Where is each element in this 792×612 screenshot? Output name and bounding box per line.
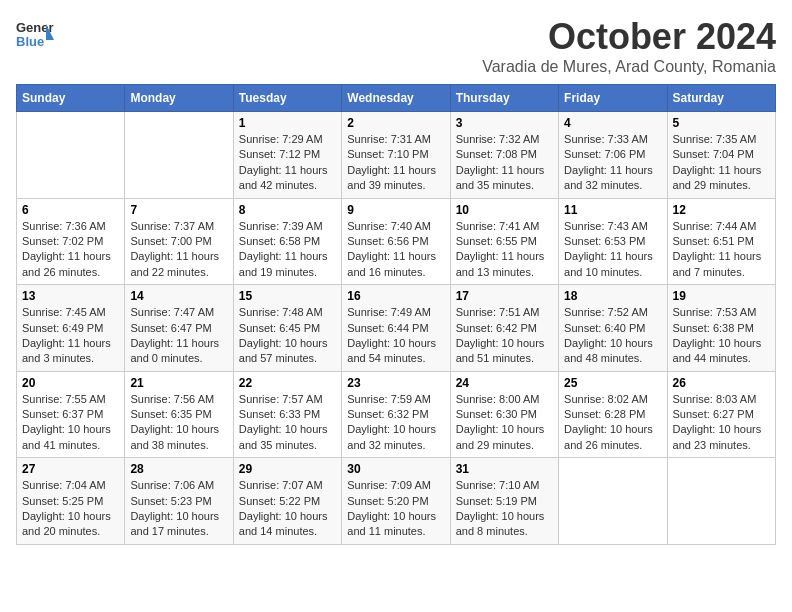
- calendar-cell: 25Sunrise: 8:02 AM Sunset: 6:28 PM Dayli…: [559, 371, 667, 458]
- calendar-cell: 28Sunrise: 7:06 AM Sunset: 5:23 PM Dayli…: [125, 458, 233, 545]
- day-number: 9: [347, 203, 444, 217]
- calendar-cell: 8Sunrise: 7:39 AM Sunset: 6:58 PM Daylig…: [233, 198, 341, 285]
- calendar-cell: 21Sunrise: 7:56 AM Sunset: 6:35 PM Dayli…: [125, 371, 233, 458]
- day-number: 2: [347, 116, 444, 130]
- calendar-cell: [667, 458, 775, 545]
- calendar-cell: 15Sunrise: 7:48 AM Sunset: 6:45 PM Dayli…: [233, 285, 341, 372]
- day-info: Sunrise: 7:07 AM Sunset: 5:22 PM Dayligh…: [239, 478, 336, 540]
- calendar-cell: 9Sunrise: 7:40 AM Sunset: 6:56 PM Daylig…: [342, 198, 450, 285]
- day-number: 10: [456, 203, 553, 217]
- day-info: Sunrise: 7:37 AM Sunset: 7:00 PM Dayligh…: [130, 219, 227, 281]
- day-number: 22: [239, 376, 336, 390]
- day-info: Sunrise: 7:52 AM Sunset: 6:40 PM Dayligh…: [564, 305, 661, 367]
- logo: General Blue: [16, 16, 58, 58]
- day-number: 1: [239, 116, 336, 130]
- day-number: 6: [22, 203, 119, 217]
- calendar-cell: 12Sunrise: 7:44 AM Sunset: 6:51 PM Dayli…: [667, 198, 775, 285]
- month-title: October 2024: [482, 16, 776, 58]
- calendar-cell: 24Sunrise: 8:00 AM Sunset: 6:30 PM Dayli…: [450, 371, 558, 458]
- day-number: 11: [564, 203, 661, 217]
- day-number: 24: [456, 376, 553, 390]
- day-info: Sunrise: 7:59 AM Sunset: 6:32 PM Dayligh…: [347, 392, 444, 454]
- day-number: 17: [456, 289, 553, 303]
- day-header-thursday: Thursday: [450, 85, 558, 112]
- day-number: 23: [347, 376, 444, 390]
- location-subtitle: Varadia de Mures, Arad County, Romania: [482, 58, 776, 76]
- day-info: Sunrise: 7:43 AM Sunset: 6:53 PM Dayligh…: [564, 219, 661, 281]
- day-number: 21: [130, 376, 227, 390]
- day-info: Sunrise: 7:32 AM Sunset: 7:08 PM Dayligh…: [456, 132, 553, 194]
- day-number: 5: [673, 116, 770, 130]
- title-section: October 2024 Varadia de Mures, Arad Coun…: [482, 16, 776, 76]
- day-info: Sunrise: 7:57 AM Sunset: 6:33 PM Dayligh…: [239, 392, 336, 454]
- calendar-cell: 14Sunrise: 7:47 AM Sunset: 6:47 PM Dayli…: [125, 285, 233, 372]
- day-info: Sunrise: 7:10 AM Sunset: 5:19 PM Dayligh…: [456, 478, 553, 540]
- calendar-cell: [17, 112, 125, 199]
- calendar-cell: 18Sunrise: 7:52 AM Sunset: 6:40 PM Dayli…: [559, 285, 667, 372]
- day-info: Sunrise: 8:00 AM Sunset: 6:30 PM Dayligh…: [456, 392, 553, 454]
- day-number: 3: [456, 116, 553, 130]
- day-info: Sunrise: 7:53 AM Sunset: 6:38 PM Dayligh…: [673, 305, 770, 367]
- day-info: Sunrise: 7:44 AM Sunset: 6:51 PM Dayligh…: [673, 219, 770, 281]
- day-number: 8: [239, 203, 336, 217]
- day-header-monday: Monday: [125, 85, 233, 112]
- calendar-cell: 23Sunrise: 7:59 AM Sunset: 6:32 PM Dayli…: [342, 371, 450, 458]
- day-number: 25: [564, 376, 661, 390]
- page-header: General Blue October 2024 Varadia de Mur…: [16, 16, 776, 76]
- day-info: Sunrise: 7:56 AM Sunset: 6:35 PM Dayligh…: [130, 392, 227, 454]
- day-number: 15: [239, 289, 336, 303]
- calendar-cell: 3Sunrise: 7:32 AM Sunset: 7:08 PM Daylig…: [450, 112, 558, 199]
- day-number: 31: [456, 462, 553, 476]
- calendar-cell: 29Sunrise: 7:07 AM Sunset: 5:22 PM Dayli…: [233, 458, 341, 545]
- calendar-cell: 1Sunrise: 7:29 AM Sunset: 7:12 PM Daylig…: [233, 112, 341, 199]
- day-header-tuesday: Tuesday: [233, 85, 341, 112]
- day-info: Sunrise: 7:31 AM Sunset: 7:10 PM Dayligh…: [347, 132, 444, 194]
- day-number: 20: [22, 376, 119, 390]
- day-number: 29: [239, 462, 336, 476]
- calendar-cell: 2Sunrise: 7:31 AM Sunset: 7:10 PM Daylig…: [342, 112, 450, 199]
- calendar-cell: 11Sunrise: 7:43 AM Sunset: 6:53 PM Dayli…: [559, 198, 667, 285]
- day-number: 14: [130, 289, 227, 303]
- day-info: Sunrise: 7:48 AM Sunset: 6:45 PM Dayligh…: [239, 305, 336, 367]
- day-number: 30: [347, 462, 444, 476]
- day-info: Sunrise: 8:02 AM Sunset: 6:28 PM Dayligh…: [564, 392, 661, 454]
- day-info: Sunrise: 7:51 AM Sunset: 6:42 PM Dayligh…: [456, 305, 553, 367]
- day-number: 16: [347, 289, 444, 303]
- day-info: Sunrise: 7:29 AM Sunset: 7:12 PM Dayligh…: [239, 132, 336, 194]
- day-header-wednesday: Wednesday: [342, 85, 450, 112]
- day-info: Sunrise: 7:49 AM Sunset: 6:44 PM Dayligh…: [347, 305, 444, 367]
- calendar-cell: 17Sunrise: 7:51 AM Sunset: 6:42 PM Dayli…: [450, 285, 558, 372]
- day-info: Sunrise: 7:39 AM Sunset: 6:58 PM Dayligh…: [239, 219, 336, 281]
- day-number: 7: [130, 203, 227, 217]
- calendar-cell: 30Sunrise: 7:09 AM Sunset: 5:20 PM Dayli…: [342, 458, 450, 545]
- day-info: Sunrise: 7:41 AM Sunset: 6:55 PM Dayligh…: [456, 219, 553, 281]
- day-number: 18: [564, 289, 661, 303]
- calendar-cell: 16Sunrise: 7:49 AM Sunset: 6:44 PM Dayli…: [342, 285, 450, 372]
- day-number: 28: [130, 462, 227, 476]
- calendar-cell: 6Sunrise: 7:36 AM Sunset: 7:02 PM Daylig…: [17, 198, 125, 285]
- calendar-cell: 26Sunrise: 8:03 AM Sunset: 6:27 PM Dayli…: [667, 371, 775, 458]
- day-number: 27: [22, 462, 119, 476]
- calendar-cell: 20Sunrise: 7:55 AM Sunset: 6:37 PM Dayli…: [17, 371, 125, 458]
- day-number: 13: [22, 289, 119, 303]
- calendar-cell: 31Sunrise: 7:10 AM Sunset: 5:19 PM Dayli…: [450, 458, 558, 545]
- day-header-saturday: Saturday: [667, 85, 775, 112]
- day-info: Sunrise: 7:40 AM Sunset: 6:56 PM Dayligh…: [347, 219, 444, 281]
- day-info: Sunrise: 7:35 AM Sunset: 7:04 PM Dayligh…: [673, 132, 770, 194]
- calendar-cell: [125, 112, 233, 199]
- calendar-cell: 13Sunrise: 7:45 AM Sunset: 6:49 PM Dayli…: [17, 285, 125, 372]
- calendar-cell: 27Sunrise: 7:04 AM Sunset: 5:25 PM Dayli…: [17, 458, 125, 545]
- calendar-cell: 4Sunrise: 7:33 AM Sunset: 7:06 PM Daylig…: [559, 112, 667, 199]
- day-number: 26: [673, 376, 770, 390]
- day-info: Sunrise: 7:47 AM Sunset: 6:47 PM Dayligh…: [130, 305, 227, 367]
- calendar-cell: 7Sunrise: 7:37 AM Sunset: 7:00 PM Daylig…: [125, 198, 233, 285]
- calendar-table: SundayMondayTuesdayWednesdayThursdayFrid…: [16, 84, 776, 545]
- calendar-cell: 19Sunrise: 7:53 AM Sunset: 6:38 PM Dayli…: [667, 285, 775, 372]
- day-number: 12: [673, 203, 770, 217]
- calendar-cell: [559, 458, 667, 545]
- day-number: 19: [673, 289, 770, 303]
- day-info: Sunrise: 7:36 AM Sunset: 7:02 PM Dayligh…: [22, 219, 119, 281]
- day-info: Sunrise: 7:55 AM Sunset: 6:37 PM Dayligh…: [22, 392, 119, 454]
- day-info: Sunrise: 7:04 AM Sunset: 5:25 PM Dayligh…: [22, 478, 119, 540]
- day-info: Sunrise: 7:33 AM Sunset: 7:06 PM Dayligh…: [564, 132, 661, 194]
